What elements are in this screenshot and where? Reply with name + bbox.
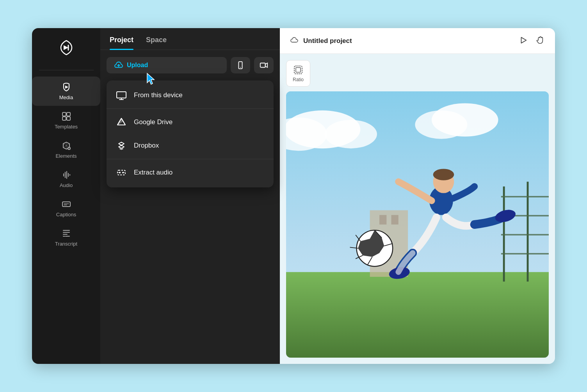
svg-rect-33 — [391, 215, 398, 225]
tab-project[interactable]: Project — [110, 36, 133, 50]
preview-image — [286, 91, 549, 358]
svg-rect-25 — [501, 253, 549, 255]
svg-rect-3 — [67, 117, 70, 120]
svg-rect-32 — [379, 215, 386, 225]
cloud-icon — [289, 36, 299, 46]
sidebar-item-media-label: Media — [59, 94, 73, 100]
sidebar-item-elements-label: Elements — [55, 153, 76, 159]
preview-header: Untitled project — [280, 28, 555, 54]
upload-bar: Upload — [100, 50, 280, 80]
tab-space[interactable]: Space — [146, 36, 167, 50]
svg-point-7 — [240, 67, 241, 68]
app-logo — [58, 39, 75, 59]
svg-point-30 — [415, 110, 467, 139]
preview-panel: Untitled project — [280, 28, 555, 364]
mobile-upload-btn[interactable] — [231, 57, 250, 73]
dropdown-item-dropbox-label: Dropbox — [134, 142, 159, 150]
sidebar-item-captions[interactable]: Captions — [32, 194, 100, 223]
svg-rect-22 — [501, 196, 549, 198]
app-container: Media Templates Elements — [32, 28, 555, 364]
sidebar-divider — [39, 70, 94, 70]
svg-rect-24 — [501, 234, 549, 235]
hand-tool-button[interactable] — [534, 34, 546, 47]
sidebar-item-media[interactable]: Media — [32, 77, 100, 106]
dropdown-item-from-device[interactable]: From this device — [107, 84, 274, 107]
svg-rect-6 — [238, 62, 242, 69]
dropdown-item-google-drive-label: Google Drive — [134, 118, 173, 126]
svg-rect-16 — [286, 272, 549, 358]
header-actions — [518, 34, 546, 47]
sidebar-item-transcript[interactable]: Transcript — [32, 223, 100, 252]
svg-rect-13 — [294, 66, 302, 74]
ratio-button[interactable]: Ratio — [286, 60, 310, 87]
sidebar: Media Templates Elements — [32, 28, 100, 364]
dropdown-item-dropbox[interactable]: Dropbox — [107, 134, 274, 157]
play-button[interactable] — [518, 34, 529, 47]
svg-rect-5 — [62, 202, 70, 207]
sidebar-item-captions-label: Captions — [56, 212, 76, 217]
tabs-bar: Project Space — [100, 28, 280, 50]
separator-2 — [107, 159, 274, 159]
svg-rect-17 — [503, 187, 505, 282]
svg-point-28 — [325, 120, 377, 148]
sidebar-item-templates-label: Templates — [55, 124, 78, 130]
dropdown-item-extract-audio[interactable]: Extract audio — [107, 161, 274, 184]
sidebar-item-elements[interactable]: Elements — [32, 135, 100, 164]
separator-1 — [107, 109, 274, 109]
ratio-label: Ratio — [293, 77, 304, 82]
preview-content: Ratio — [280, 54, 555, 364]
upload-button-label: Upload — [127, 62, 148, 69]
upload-button[interactable]: Upload — [107, 57, 227, 73]
sidebar-item-templates[interactable]: Templates — [32, 106, 100, 135]
svg-rect-0 — [62, 112, 66, 116]
main-panel: Project Space Upload — [100, 28, 280, 364]
svg-rect-9 — [117, 92, 126, 98]
svg-point-36 — [433, 169, 454, 180]
sidebar-item-audio[interactable]: Audio — [32, 164, 100, 194]
svg-rect-1 — [67, 112, 70, 116]
sidebar-item-transcript-label: Transcript — [55, 241, 77, 247]
sidebar-item-audio-label: Audio — [60, 182, 73, 188]
dropdown-menu: From this device Google Drive — [107, 80, 274, 187]
preview-title: Untitled project — [303, 37, 513, 45]
video-upload-btn[interactable] — [254, 57, 274, 73]
dropdown-item-extract-audio-label: Extract audio — [134, 169, 173, 176]
dropdown-item-google-drive[interactable]: Google Drive — [107, 110, 274, 134]
dropdown-overlay: From this device Google Drive — [107, 80, 274, 187]
dropdown-item-from-device-label: From this device — [134, 91, 183, 99]
svg-rect-2 — [62, 117, 66, 120]
svg-rect-14 — [296, 68, 301, 72]
svg-rect-8 — [260, 63, 265, 68]
